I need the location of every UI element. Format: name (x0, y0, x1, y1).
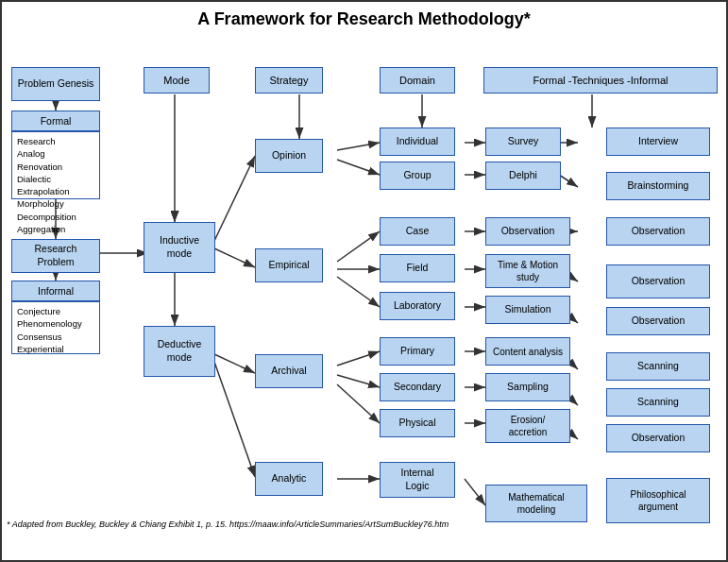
erosion-box: Erosion/ accretion (485, 409, 570, 443)
mode-header-box: Mode (144, 67, 210, 94)
time-motion-box: Time & Motion study (485, 254, 570, 288)
formal-list-box: Research Analog Renovation Dialectic Ext… (11, 131, 100, 199)
content-analysis-box: Content analysis (485, 337, 570, 366)
svg-line-35 (559, 175, 578, 187)
scanning1-box: Scanning (606, 352, 710, 381)
interview-box: Interview (606, 128, 710, 156)
field-box: Field (380, 254, 455, 282)
svg-line-12 (214, 362, 255, 477)
deductive-mode-box: Deductive mode (144, 326, 215, 377)
inductive-mode-box: Inductive mode (144, 222, 215, 273)
simulation-box: Simulation (485, 296, 570, 324)
survey-box: Survey (485, 128, 561, 156)
svg-line-21 (337, 384, 380, 423)
diagram-area: Problem Genesis Formal Research Analog R… (2, 33, 726, 534)
obs-case-right-box: Observation (606, 217, 710, 246)
obs-physical-box: Observation (606, 424, 710, 452)
opinion-box: Opinion (255, 139, 323, 173)
sampling-box: Sampling (485, 373, 570, 401)
svg-line-16 (337, 231, 380, 262)
svg-line-19 (337, 351, 380, 366)
delphi-box: Delphi (485, 162, 561, 190)
svg-line-33 (465, 479, 485, 505)
svg-line-9 (214, 156, 255, 241)
main-container: A Framework for Research Methodology* (0, 0, 728, 562)
empirical-box: Empirical (255, 248, 323, 282)
techniques-header-box: Formal -Techniques -Informal (483, 67, 718, 94)
analytic-box: Analytic (255, 462, 323, 496)
informal-list-box: Conjecture Phenomenology Consensus Exper… (11, 301, 100, 354)
laboratory-box: Laboratory (380, 292, 455, 320)
research-problem-box: Research Problem (11, 239, 100, 273)
svg-line-18 (337, 277, 380, 307)
problem-genesis-box: Problem Genesis (11, 67, 100, 101)
domain-header-box: Domain (380, 67, 455, 94)
obs-lab-right-box: Observation (606, 307, 710, 335)
archival-box: Archival (255, 354, 323, 388)
svg-line-20 (337, 375, 380, 387)
strategy-header-box: Strategy (255, 67, 323, 94)
case-box: Case (380, 217, 455, 246)
brainstorming-box: Brainstorming (606, 172, 710, 200)
physical-box: Physical (380, 409, 455, 437)
page-title: A Framework for Research Methodology* (2, 2, 726, 33)
scanning2-box: Scanning (606, 388, 710, 417)
formal-header-box: Formal (11, 111, 100, 131)
obs-case-box: Observation (485, 217, 570, 246)
secondary-box: Secondary (380, 373, 455, 401)
informal-header-box: Informal (11, 281, 100, 301)
obs-field-right-box: Observation (606, 264, 710, 298)
math-modeling-box: Mathematical modeling (485, 485, 587, 522)
svg-line-10 (214, 248, 255, 267)
individual-box: Individual (380, 128, 455, 156)
svg-line-14 (337, 143, 380, 150)
group-box: Group (380, 162, 455, 190)
svg-line-11 (214, 354, 255, 373)
svg-line-15 (337, 160, 380, 175)
internal-logic-box: Internal Logic (380, 462, 455, 498)
footer-text: * Adapted from Buckley, Buckley & Chiang… (7, 519, 449, 529)
primary-box: Primary (380, 337, 455, 366)
philosophical-box: Philosophical argument (606, 478, 710, 523)
